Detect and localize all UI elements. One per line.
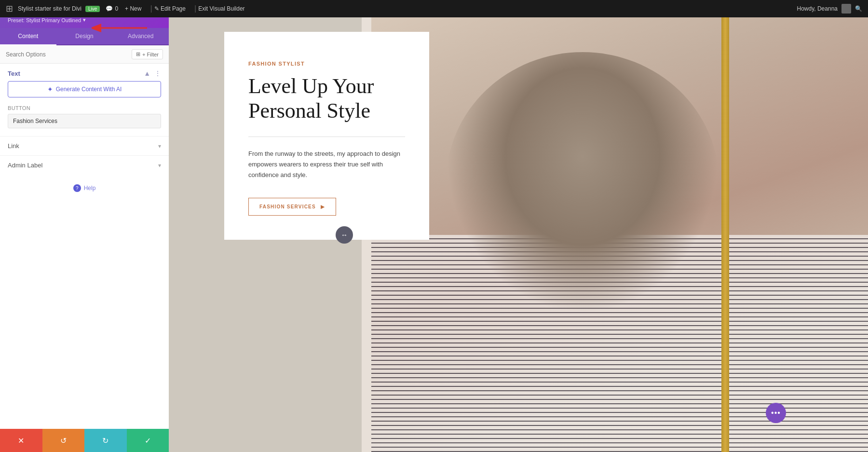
text-section-title: Text xyxy=(8,70,20,77)
cancel-button[interactable]: ✕ xyxy=(0,429,42,452)
new-button[interactable]: + New xyxy=(125,5,141,12)
top-nav-bar: ⊞ Stylist starter site for Divi Live 💬 0… xyxy=(0,0,868,17)
fashion-services-button[interactable]: FASHION SERVICES ▶ xyxy=(248,198,336,216)
hat-shape xyxy=(446,52,719,313)
edit-page-button[interactable]: ✎ Edit Page xyxy=(154,5,186,12)
nav-separator-2: | xyxy=(194,4,196,13)
wordpress-icon[interactable]: ⊞ xyxy=(6,3,13,14)
card-title: Level Up Your Personal Style xyxy=(248,74,405,123)
user-avatar[interactable] xyxy=(841,4,851,14)
link-chevron-icon: ▾ xyxy=(158,143,161,150)
drag-handle[interactable]: ↔ xyxy=(336,226,353,244)
exit-builder-button[interactable]: Exit Visual Builder xyxy=(198,5,245,12)
main-content-area: FASHION STYLIST Level Up Your Personal S… xyxy=(169,17,868,452)
section-header-icons: ▲ ⋮ xyxy=(144,69,161,77)
ai-icon: ✦ xyxy=(47,85,53,93)
card-eyebrow: FASHION STYLIST xyxy=(248,61,405,67)
generate-ai-button[interactable]: ✦ Generate Content With AI xyxy=(8,81,161,97)
button-field-label: Button xyxy=(8,105,161,111)
help-button[interactable]: ? Help xyxy=(73,184,96,192)
howdy-text: Howdy, Deanna xyxy=(797,5,838,12)
link-section-title: Link xyxy=(8,142,19,150)
help-section: ? Help xyxy=(0,175,169,202)
live-badge: Live xyxy=(85,6,100,12)
comments-button[interactable]: 💬 0 xyxy=(106,5,118,12)
nav-right-area: Howdy, Deanna 🔍 xyxy=(797,4,863,14)
search-input[interactable] xyxy=(6,51,132,58)
site-name[interactable]: Stylist starter site for Divi xyxy=(18,5,81,12)
admin-label-section[interactable]: Admin Label ▾ xyxy=(0,155,169,175)
redo-button[interactable]: ↻ xyxy=(84,429,127,452)
comment-icon: 💬 xyxy=(106,5,113,12)
nav-separator: | xyxy=(150,4,152,13)
link-section[interactable]: Link ▾ xyxy=(0,136,169,155)
save-button[interactable]: ✓ xyxy=(127,429,169,452)
gold-bar xyxy=(721,17,729,452)
section-more-icon[interactable]: ⋮ xyxy=(154,69,161,77)
card-body-text: From the runway to the streets, my appro… xyxy=(248,149,405,180)
hero-card: FASHION STYLIST Level Up Your Personal S… xyxy=(224,32,429,240)
collapse-icon[interactable]: ▲ xyxy=(144,69,150,77)
filter-icon: ⊞ xyxy=(136,51,140,57)
text-section-header: Text ▲ ⋮ xyxy=(0,64,169,81)
red-arrow-indicator xyxy=(92,14,149,44)
admin-label-title: Admin Label xyxy=(8,162,42,169)
card-divider xyxy=(248,137,405,137)
button-text-input[interactable] xyxy=(8,114,161,128)
filter-button[interactable]: ⊞ + Filter xyxy=(132,49,163,59)
help-icon: ? xyxy=(73,184,81,192)
button-arrow-icon: ▶ xyxy=(321,204,325,209)
tab-content[interactable]: Content xyxy=(0,28,56,45)
photo-placeholder xyxy=(371,17,868,452)
floating-dots-button[interactable]: ••• xyxy=(766,403,786,423)
search-bar: ⊞ + Filter xyxy=(0,45,169,64)
photo-right-section: ••• xyxy=(371,17,868,452)
bottom-toolbar: ✕ ↺ ↻ ✓ xyxy=(0,429,169,452)
settings-panel: Button Settings Preset: Stylist Primary … xyxy=(0,0,169,452)
search-icon[interactable]: 🔍 xyxy=(855,5,862,12)
button-section: Button xyxy=(0,105,169,136)
undo-button[interactable]: ↺ xyxy=(42,429,85,452)
admin-chevron-icon: ▾ xyxy=(158,162,161,169)
drag-arrows-icon: ↔ xyxy=(341,231,348,239)
